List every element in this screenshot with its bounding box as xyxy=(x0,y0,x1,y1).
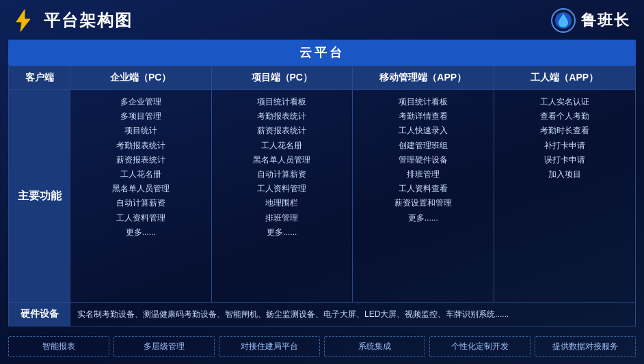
svg-marker-0 xyxy=(16,10,30,31)
header-title: 平台架构图 xyxy=(44,10,133,31)
list-item: 薪资设置和管理 xyxy=(357,197,489,210)
list-item: 自动计算薪资 xyxy=(75,197,207,210)
main-table-wrapper: 客户端 企业端（PC） 项目端（PC） 移动管理端（APP） 工人端（APP） … xyxy=(8,66,636,326)
list-item: 更多...... xyxy=(75,226,207,239)
list-item: 更多...... xyxy=(216,226,349,239)
list-item: 项目统计看板 xyxy=(357,96,489,109)
worker-col: 工人实名认证查看个人考勤考勤时长查看补打卡申请误打卡申请加入项目 xyxy=(494,90,636,302)
col-header-worker: 工人端（APP） xyxy=(494,66,636,90)
list-item: 薪资报表统计 xyxy=(216,124,349,137)
list-item: 考勤报表统计 xyxy=(216,110,349,123)
list-item: 地理围栏 xyxy=(216,197,349,210)
list-item: 薪资报表统计 xyxy=(75,154,207,167)
feature-item: 系统集成 xyxy=(324,336,425,357)
col-header-enterprise: 企业端（PC） xyxy=(70,66,212,90)
list-item: 工人资料管理 xyxy=(75,212,207,225)
list-item: 补打卡申请 xyxy=(498,139,632,152)
project-col: 项目统计看板考勤报表统计薪资报表统计工人花名册黑名单人员管理自动计算薪资工人资料… xyxy=(212,90,353,302)
list-item: 管理硬件设备 xyxy=(357,154,489,167)
hardware-row: 硬件设备 实名制考勤设备、测温健康码考勤设备、智能闸机、扬尘监测设备、电子大屏、… xyxy=(9,302,635,326)
list-item: 加入项目 xyxy=(498,168,632,181)
feature-item: 智能报表 xyxy=(8,336,109,357)
page: 平台架构图 鲁班长 云平台 客户端 企业端（PC） 项目端（PC） 移动管理端（… xyxy=(0,0,644,364)
feature-item: 个性化定制开发 xyxy=(429,336,531,357)
list-item: 创建管理班组 xyxy=(357,139,489,152)
brand-name: 鲁班长 xyxy=(581,10,630,31)
hardware-content: 实名制考勤设备、测温健康码考勤设备、智能闸机、扬尘监测设备、电子大屏、LED大屏… xyxy=(70,303,635,326)
list-item: 排班管理 xyxy=(216,212,349,225)
feature-item: 提供数据对接服务 xyxy=(535,336,636,357)
list-item: 工人资料查看 xyxy=(357,182,489,195)
list-item: 考勤报表统计 xyxy=(75,139,207,152)
features-row: 智能报表多层级管理对接住建局平台系统集成个性化定制开发提供数据对接服务 xyxy=(8,336,636,357)
content-row: 主要功能 多企业管理多项目管理项目统计考勤报表统计薪资报表统计工人花名册黑名单人… xyxy=(9,90,635,302)
mobile-col: 项目统计看板考勤详情查看工人快速录入创建管理班组管理硬件设备排班管理工人资料查看… xyxy=(353,90,494,302)
list-item: 排班管理 xyxy=(357,168,489,181)
list-item: 工人花名册 xyxy=(216,139,349,152)
list-item: 多企业管理 xyxy=(75,96,207,109)
header: 平台架构图 鲁班长 xyxy=(0,0,644,40)
list-item: 黑名单人员管理 xyxy=(75,182,207,195)
logo-icon xyxy=(11,8,36,33)
col-headers: 客户端 企业端（PC） 项目端（PC） 移动管理端（APP） 工人端（APP） xyxy=(9,66,635,90)
col-header-mobile: 移动管理端（APP） xyxy=(353,66,494,90)
main-function-label: 主要功能 xyxy=(9,90,70,302)
feature-item: 对接住建局平台 xyxy=(219,336,320,357)
list-item: 考勤详情查看 xyxy=(357,110,489,123)
main-table: 客户端 企业端（PC） 项目端（PC） 移动管理端（APP） 工人端（APP） … xyxy=(8,66,636,326)
list-item: 工人资料管理 xyxy=(216,182,349,195)
brand-logo: 鲁班长 xyxy=(551,8,630,33)
list-item: 误打卡申请 xyxy=(498,154,632,167)
col-header-project: 项目端（PC） xyxy=(212,66,353,90)
list-item: 黑名单人员管理 xyxy=(216,154,349,167)
enterprise-col: 多企业管理多项目管理项目统计考勤报表统计薪资报表统计工人花名册黑名单人员管理自动… xyxy=(70,90,212,302)
list-item: 考勤时长查看 xyxy=(498,124,632,137)
header-left: 平台架构图 xyxy=(11,8,133,33)
list-item: 工人实名认证 xyxy=(498,96,632,109)
cloud-platform-bar: 云平台 xyxy=(8,40,636,66)
brand-icon xyxy=(551,8,576,33)
list-item: 多项目管理 xyxy=(75,110,207,123)
list-item: 更多...... xyxy=(357,212,489,225)
col-header-client: 客户端 xyxy=(9,66,70,90)
list-item: 项目统计看板 xyxy=(216,96,349,109)
list-item: 项目统计 xyxy=(75,124,207,137)
hardware-label: 硬件设备 xyxy=(9,303,70,326)
list-item: 自动计算薪资 xyxy=(216,168,349,181)
feature-item: 多层级管理 xyxy=(113,336,215,357)
list-item: 工人快速录入 xyxy=(357,124,489,137)
list-item: 查看个人考勤 xyxy=(498,110,632,123)
list-item: 工人花名册 xyxy=(75,168,207,181)
